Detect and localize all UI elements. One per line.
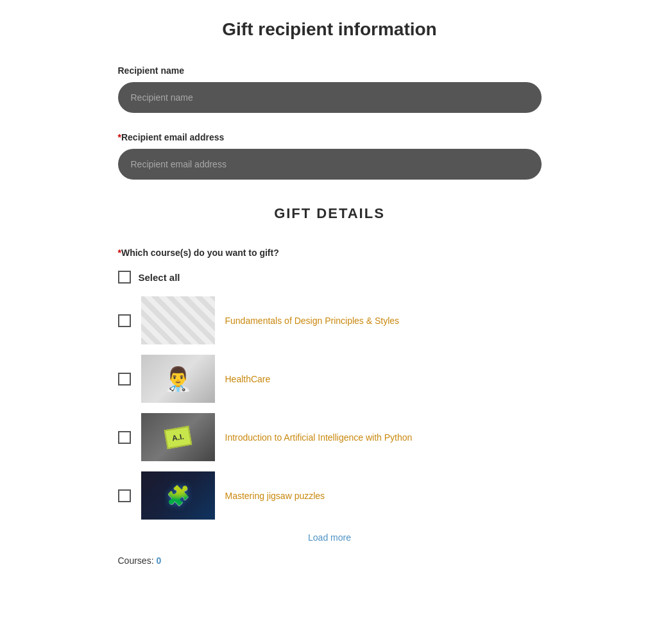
courses-count: Courses: 0 — [118, 555, 542, 566]
select-all-label: Select all — [139, 272, 180, 283]
doctor-icon: 👨‍⚕️ — [164, 366, 193, 393]
load-more-button[interactable]: Load more — [118, 532, 542, 543]
courses-question-label: *Which course(s) do you want to gift? — [118, 248, 542, 258]
jigsaw-icon: 🧩 — [166, 484, 190, 507]
course-4-name[interactable]: Mastering jigsaw puzzles — [225, 491, 325, 501]
recipient-name-label: Recipient name — [118, 65, 542, 76]
recipient-name-section: Recipient name — [118, 65, 542, 113]
course-4-checkbox[interactable] — [118, 489, 131, 502]
course-item-2: 👨‍⚕️ HealthCare — [118, 355, 542, 403]
courses-count-value: 0 — [156, 555, 161, 566]
course-2-checkbox[interactable] — [118, 373, 131, 386]
recipient-email-input[interactable] — [118, 149, 542, 180]
course-1-thumbnail — [141, 296, 215, 344]
course-3-name[interactable]: Introduction to Artificial Intelligence … — [225, 432, 413, 443]
course-2-thumbnail: 👨‍⚕️ — [141, 355, 215, 403]
course-item-1: Fundamentals of Design Principles & Styl… — [118, 296, 542, 344]
select-all-row: Select all — [118, 271, 542, 284]
course-3-thumbnail: A.I. — [141, 413, 215, 461]
course-1-checkbox[interactable] — [118, 314, 131, 327]
course-3-checkbox[interactable] — [118, 431, 131, 444]
recipient-email-section: *Recipient email address — [118, 132, 542, 180]
gift-details-title: GIFT DETAILS — [118, 205, 542, 222]
course-4-thumbnail: 🧩 — [141, 471, 215, 520]
ai-badge: A.I. — [164, 425, 191, 448]
course-2-name[interactable]: HealthCare — [225, 374, 271, 384]
recipient-name-input[interactable] — [118, 82, 542, 113]
course-item-4: 🧩 Mastering jigsaw puzzles — [118, 471, 542, 520]
course-item-3: A.I. Introduction to Artificial Intellig… — [118, 413, 542, 461]
page-title: Gift recipient information — [118, 19, 542, 40]
course-1-name[interactable]: Fundamentals of Design Principles & Styl… — [225, 316, 400, 326]
page-container: Gift recipient information Recipient nam… — [105, 0, 554, 585]
recipient-email-label: *Recipient email address — [118, 132, 542, 142]
select-all-checkbox[interactable] — [118, 271, 131, 284]
